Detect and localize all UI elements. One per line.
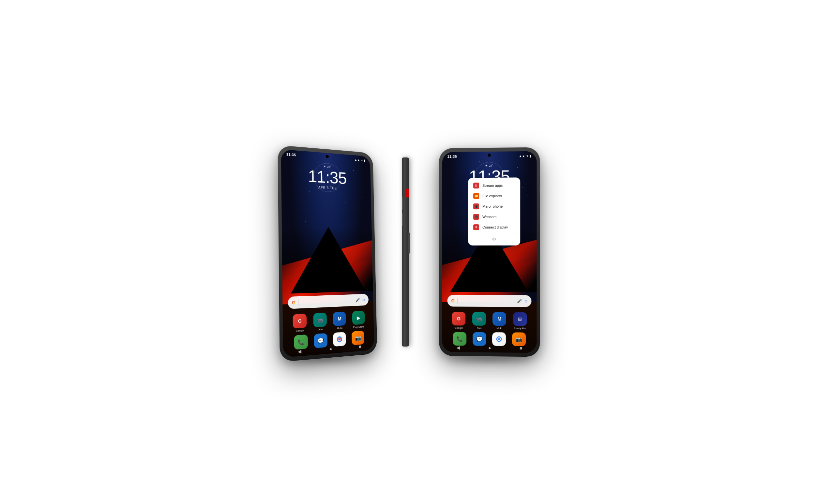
menu-gear-row[interactable]: ⚙ [468,235,520,243]
side-profile-power [408,232,410,254]
dock-chrome-left[interactable] [333,332,346,347]
power-btn-right[interactable] [540,200,540,222]
app-icon-duo-right: 📹 [472,312,486,326]
camera-icon-right: 📷 [516,336,522,342]
app-item-gmail-left[interactable]: G Google [293,314,307,333]
chrome-svg [336,335,343,343]
phone-left-wrap: 11:35 ▲▲ ▾ ▮ ☀ 27° 1 [278,148,373,356]
app-icon-moto-left: M [333,312,346,326]
dock-msg-left[interactable]: 💬 [314,333,327,348]
nav-bar-right: ◀ ● ■ [442,345,537,351]
vol-up-btn-left[interactable] [277,191,278,208]
menu-item-connect-display[interactable]: 🖥 Connect display [468,222,520,232]
menu-item-webcam[interactable]: 🎥 Webcam [468,212,520,222]
svg-point-3 [498,338,500,340]
menu-label-file: File explorer [483,194,502,198]
nav-home-left[interactable]: ● [329,346,332,352]
app-label-moto-left: Moto [337,326,342,330]
status-time-right: 11:35 [448,155,457,158]
chrome-svg-r [496,335,503,343]
gear-icon[interactable]: ⚙ [492,237,496,242]
phone-shadow-right [449,356,530,363]
side-profile-vol-up [402,197,403,210]
menu-icon-mirror: 📱 [473,203,479,209]
status-icons-right: ▲▲ ▾ ▮ [519,154,531,157]
search-divider-left [298,299,298,305]
dock-icon-phone-right: 📞 [453,332,467,346]
clock-time-left: 11:35 [308,168,347,186]
dock-icon-chrome-right [492,332,506,346]
lens-icon-left[interactable]: ⊙ [362,298,365,302]
app-icon-gmail-left: G [293,314,307,329]
red-btn-right[interactable] [540,186,540,194]
dock-phone-left[interactable]: 📞 [294,334,308,350]
menu-label-stream: Stream apps [483,184,503,187]
app-label-moto-right: Moto [497,327,502,330]
moto-letter: M [337,316,341,321]
search-bar-right[interactable]: G 🎤 ⊙ [448,295,532,307]
vol-up-btn-right[interactable] [439,194,439,210]
app-item-moto-left[interactable]: M Moto [333,312,346,330]
side-profile-vol-down [402,213,403,226]
lens-icon-right[interactable]: ⊙ [525,299,528,303]
nav-back-right[interactable]: ◀ [456,345,460,350]
app-item-gmail-right[interactable]: G Google [452,312,466,329]
menu-item-mirror-phone[interactable]: 📱 Mirror phone [468,201,520,212]
phone-shadow-left [288,356,363,363]
status-time-left: 11:35 [286,152,296,157]
red-btn-left[interactable] [373,190,375,197]
wifi-icon-right: ▾ [527,154,528,157]
mic-icon-left[interactable]: 🎤 [355,298,360,302]
mic-icon-right[interactable]: 🎤 [517,299,522,303]
dock-icon-msg-right: 💬 [473,332,486,346]
webcam-icon: 🎥 [475,215,478,218]
app-icon-moto-right: M [493,312,506,326]
menu-item-file-explorer[interactable]: 📁 File explorer [468,190,520,201]
dock-camera-left[interactable]: 📷 [351,331,364,345]
app-icon-readyfor-right: ⊞ [513,312,527,326]
stream-icon: ⊞ [475,184,478,187]
clock-temp-right: ☀ 27° [469,164,510,168]
vol-down-btn-right[interactable] [439,213,439,230]
wifi-icon-left: ▾ [361,158,363,162]
vol-down-btn-left[interactable] [277,212,279,229]
app-label-readyfor-right: Ready For [514,327,526,330]
gmail-letter-r: G [457,316,461,321]
duo-icon-r: 📹 [476,316,483,322]
dock-icon-chrome-left [333,332,346,347]
google-logo-right: G [451,298,455,304]
search-divider-right [457,298,458,304]
mirror-icon: 📱 [475,205,478,208]
menu-icon-stream: ⊞ [473,183,479,188]
app-item-readyfor-right[interactable]: ⊞ Ready For [513,312,527,330]
scene: 11:35 ▲▲ ▾ ▮ ☀ 27° 1 [0,0,818,504]
menu-label-mirror: Mirror phone [483,204,503,208]
menu-icon-display: 🖥 [473,224,479,230]
power-btn-left[interactable] [374,202,375,224]
nav-recent-right[interactable]: ■ [520,346,523,351]
menu-item-stream-apps[interactable]: ⊞ Stream apps [468,180,520,191]
status-icons-left: ▲▲ ▾ ▮ [354,158,365,162]
app-item-duo-left[interactable]: 📹 Duo [313,313,327,332]
app-item-duo-right[interactable]: 📹 Duo [472,312,486,330]
file-icon: 📁 [475,194,478,198]
app-label-gmail-right: Google [455,326,463,329]
dock-msg-right[interactable]: 💬 [473,332,486,346]
nav-back-left[interactable]: ◀ [298,348,301,354]
app-item-play-left[interactable]: ▶ Play Store [352,311,364,329]
menu-label-webcam: Webcam [483,215,497,219]
play-icon: ▶ [356,315,360,321]
msg-icon: 💬 [317,337,324,344]
dock-icon-camera-left: 📷 [351,331,364,345]
app-item-moto-right[interactable]: M Moto [493,312,506,330]
phone-icon-r: 📞 [457,336,463,342]
phone-right-screen: 11:35 ▲▲ ▾ ▮ ☀ 27° 1 [442,151,537,353]
dock-phone-right[interactable]: 📞 [453,332,467,346]
nav-recent-left[interactable]: ■ [359,344,361,349]
phone-right: 11:35 ▲▲ ▾ ▮ ☀ 27° 1 [439,147,540,357]
menu-icon-webcam: 🎥 [473,214,479,220]
dock-camera-right[interactable]: 📷 [512,333,526,346]
nav-home-right[interactable]: ● [488,345,491,350]
camera-hole-right [488,154,491,157]
dock-chrome-right[interactable] [492,332,506,346]
